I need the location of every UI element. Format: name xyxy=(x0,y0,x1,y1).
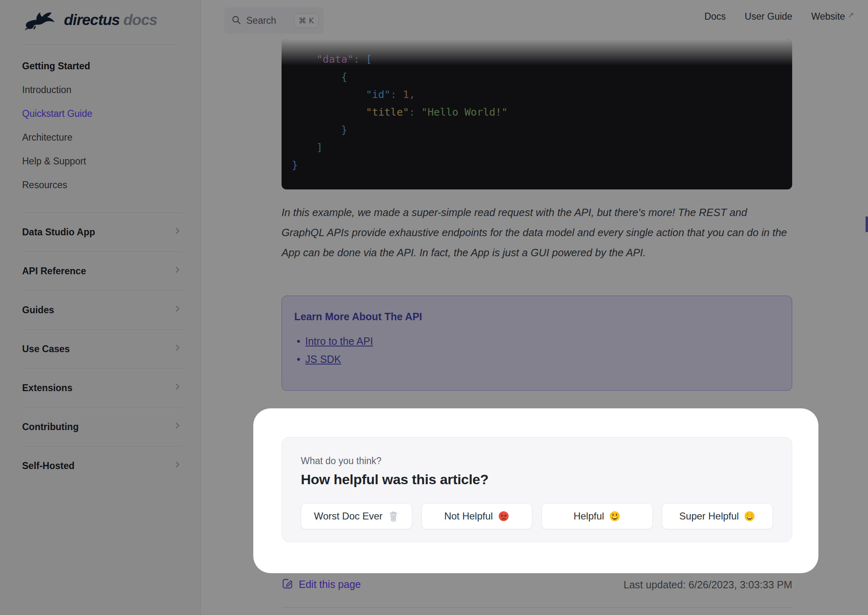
nav-link-label: User Guide xyxy=(745,11,792,22)
sidebar-item-help-support[interactable]: Help & Support xyxy=(22,149,178,173)
info-link-js-sdk[interactable]: JS SDK xyxy=(305,353,341,365)
brand-wordmark: directusdocs xyxy=(64,11,157,29)
feedback-button-label: Super Helpful xyxy=(679,510,739,522)
brand-name: directus xyxy=(64,11,120,28)
feedback-button-super-helpful[interactable]: Super Helpful xyxy=(662,503,773,529)
search-shortcut-badge: ⌘ K xyxy=(294,13,319,28)
trash-emoji xyxy=(388,510,399,522)
code-line: } xyxy=(292,121,780,139)
feedback-title: How helpful was this article? xyxy=(301,472,773,487)
nav-link-user-guide[interactable]: User Guide xyxy=(745,11,792,22)
sidebar-item-architecture[interactable]: Architecture xyxy=(22,125,178,149)
chevron-right-icon xyxy=(173,421,182,433)
sidebar-group-label: Use Cases xyxy=(22,344,70,355)
chevron-right-icon xyxy=(173,382,182,394)
nav-link-label: Docs xyxy=(704,11,726,22)
learn-more-info-box: Learn More About The API •Intro to the A… xyxy=(282,296,792,391)
chevron-right-icon xyxy=(173,460,182,472)
chevron-right-icon xyxy=(173,304,182,316)
feedback-button-not-helpful[interactable]: Not Helpful xyxy=(421,503,533,529)
external-arrow-icon: ↗ xyxy=(848,10,854,19)
info-box-link-list: •Intro to the API•JS SDK xyxy=(294,335,775,365)
footer-divider xyxy=(282,607,792,608)
nav-link-docs[interactable]: Docs xyxy=(704,11,726,22)
search-icon xyxy=(232,15,241,26)
sidebar-group-api-reference[interactable]: API Reference xyxy=(22,251,182,290)
sidebar-groups: Data Studio AppAPI ReferenceGuidesUse Ca… xyxy=(22,212,182,485)
feedback-button-helpful[interactable]: Helpful xyxy=(541,503,653,529)
feedback-kicker: What do you think? xyxy=(301,456,773,467)
sidebar-group-label: Guides xyxy=(22,305,54,316)
info-box-list-item: •Intro to the API xyxy=(294,335,775,347)
sidebar: directusdocs Getting Started Introductio… xyxy=(0,0,201,615)
directus-rabbit-icon xyxy=(22,9,58,31)
last-updated-text: Last updated: 6/26/2023, 3:03:33 PM xyxy=(624,579,792,591)
scrollbar-thumb[interactable] xyxy=(866,216,868,232)
code-line: "data": [ xyxy=(292,50,780,68)
brand-logo[interactable]: directusdocs xyxy=(22,9,157,31)
code-line: } xyxy=(292,156,780,174)
sidebar-item-resources[interactable]: Resources xyxy=(22,173,178,197)
sidebar-group-label: API Reference xyxy=(22,266,86,277)
code-block: "data": [ { "id": 1, "title": "Hello Wor… xyxy=(282,39,792,189)
code-line: { xyxy=(292,68,780,86)
sidebar-item-quickstart-guide[interactable]: Quickstart Guide xyxy=(22,102,178,125)
feedback-button-label: Not Helpful xyxy=(444,510,493,522)
starstruck-emoji xyxy=(744,510,755,522)
nav-link-website[interactable]: Website↗ xyxy=(811,11,854,22)
sidebar-getting-started-section: Getting Started IntroductionQuickstart G… xyxy=(22,54,178,197)
body-paragraph: In this example, we made a super-simple … xyxy=(282,203,792,263)
code-line: ] xyxy=(292,139,780,156)
sidebar-group-self-hosted[interactable]: Self-Hosted xyxy=(22,446,182,485)
sidebar-group-label: Extensions xyxy=(22,383,73,394)
sidebar-group-data-studio-app[interactable]: Data Studio App xyxy=(22,212,182,251)
smile-emoji xyxy=(609,510,620,522)
edit-pencil-icon xyxy=(282,577,293,592)
sidebar-group-extensions[interactable]: Extensions xyxy=(22,368,182,407)
edit-this-page-link[interactable]: Edit this page xyxy=(282,577,361,592)
nav-link-label: Website xyxy=(811,11,845,22)
feedback-button-label: Helpful xyxy=(573,510,604,522)
code-line: "id": 1, xyxy=(292,86,780,103)
top-nav: DocsUser GuideWebsite↗ xyxy=(704,0,854,33)
bullet-dot: • xyxy=(297,353,300,365)
edit-link-label: Edit this page xyxy=(299,579,361,590)
feedback-button-row: Worst Doc EverNot HelpfulHelpfulSuper He… xyxy=(301,503,773,529)
sidebar-group-label: Contributing xyxy=(22,421,79,433)
sidebar-item-introduction[interactable]: Introduction xyxy=(22,78,178,102)
angry-emoji xyxy=(498,510,509,522)
sidebar-group-guides[interactable]: Guides xyxy=(22,290,182,329)
sidebar-section-title: Getting Started xyxy=(22,54,178,78)
feedback-button-label: Worst Doc Ever xyxy=(314,510,383,522)
sidebar-group-use-cases[interactable]: Use Cases xyxy=(22,329,182,368)
info-box-list-item: •JS SDK xyxy=(294,353,775,365)
chevron-right-icon xyxy=(173,343,182,355)
sidebar-group-label: Data Studio App xyxy=(22,227,95,238)
chevron-right-icon xyxy=(173,226,182,238)
search-input[interactable]: Search ⌘ K xyxy=(224,7,324,34)
chevron-right-icon xyxy=(173,265,182,277)
sidebar-group-contributing[interactable]: Contributing xyxy=(22,407,182,446)
info-box-title: Learn More About The API xyxy=(294,311,775,323)
bullet-dot: • xyxy=(297,335,300,347)
info-link-intro-to-the-api[interactable]: Intro to the API xyxy=(305,335,373,347)
sidebar-group-label: Self-Hosted xyxy=(22,460,75,472)
brand-suffix: docs xyxy=(123,11,157,28)
code-content: "data": [ { "id": 1, "title": "Hello Wor… xyxy=(282,39,792,174)
code-line: "title": "Hello World!" xyxy=(292,103,780,121)
feedback-button-worst-doc-ever[interactable]: Worst Doc Ever xyxy=(301,503,412,529)
search-placeholder: Search xyxy=(246,15,289,26)
feedback-card: What do you think? How helpful was this … xyxy=(282,437,792,542)
sidebar-logo-divider xyxy=(22,44,178,45)
